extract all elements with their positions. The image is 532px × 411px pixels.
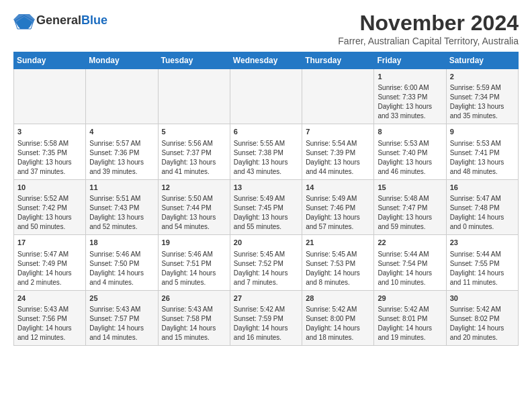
calendar-cell bbox=[230, 69, 302, 124]
calendar-cell: 18Sunrise: 5:46 AMSunset: 7:50 PMDayligh… bbox=[86, 235, 158, 290]
day-number: 8 bbox=[378, 127, 442, 137]
day-info: Daylight: 14 hours bbox=[450, 324, 515, 333]
day-number: 12 bbox=[162, 183, 226, 193]
calendar-header-row: SundayMondayTuesdayWednesdayThursdayFrid… bbox=[14, 52, 519, 69]
day-info: Daylight: 13 hours bbox=[162, 158, 226, 167]
day-number: 23 bbox=[450, 238, 515, 248]
day-info: Sunset: 8:02 PM bbox=[450, 314, 515, 324]
day-number: 6 bbox=[234, 127, 298, 137]
calendar-cell: 27Sunrise: 5:42 AMSunset: 7:59 PMDayligh… bbox=[230, 290, 302, 345]
day-info: and 35 minutes. bbox=[450, 111, 515, 121]
day-info: Sunset: 7:47 PM bbox=[378, 203, 442, 213]
day-info: and 7 minutes. bbox=[234, 278, 298, 287]
week-row-3: 10Sunrise: 5:52 AMSunset: 7:42 PMDayligh… bbox=[14, 179, 519, 234]
calendar-cell: 3Sunrise: 5:58 AMSunset: 7:35 PMDaylight… bbox=[14, 124, 86, 179]
day-number: 22 bbox=[378, 238, 442, 248]
day-info: and 57 minutes. bbox=[306, 222, 370, 232]
day-info: Sunrise: 5:42 AM bbox=[378, 305, 442, 314]
day-info: Daylight: 13 hours bbox=[89, 213, 154, 222]
day-header-thursday: Thursday bbox=[302, 52, 374, 69]
day-header-monday: Monday bbox=[86, 52, 158, 69]
logo-blue-text: Blue bbox=[81, 13, 107, 27]
calendar-cell: 9Sunrise: 5:53 AMSunset: 7:41 PMDaylight… bbox=[446, 124, 518, 179]
logo-icon bbox=[13, 14, 34, 28]
calendar-cell: 4Sunrise: 5:57 AMSunset: 7:36 PMDaylight… bbox=[86, 124, 158, 179]
day-info: Sunset: 8:00 PM bbox=[306, 314, 370, 324]
calendar-cell bbox=[158, 69, 230, 124]
calendar-cell: 5Sunrise: 5:56 AMSunset: 7:37 PMDaylight… bbox=[158, 124, 230, 179]
day-number: 29 bbox=[378, 293, 442, 304]
day-info: and 20 minutes. bbox=[450, 333, 515, 342]
day-info: Sunrise: 5:42 AM bbox=[450, 305, 515, 314]
day-info: Sunset: 7:50 PM bbox=[89, 259, 154, 269]
calendar-cell: 11Sunrise: 5:51 AMSunset: 7:43 PMDayligh… bbox=[86, 179, 158, 234]
calendar-cell: 28Sunrise: 5:42 AMSunset: 8:00 PMDayligh… bbox=[302, 290, 374, 345]
calendar-cell: 2Sunrise: 5:59 AMSunset: 7:34 PMDaylight… bbox=[446, 69, 518, 124]
calendar-cell: 21Sunrise: 5:45 AMSunset: 7:53 PMDayligh… bbox=[302, 235, 374, 290]
day-info: Sunrise: 5:43 AM bbox=[162, 305, 226, 314]
calendar-cell: 13Sunrise: 5:49 AMSunset: 7:45 PMDayligh… bbox=[230, 179, 302, 234]
day-info: Sunrise: 5:52 AM bbox=[17, 194, 82, 203]
day-info: Daylight: 13 hours bbox=[450, 102, 515, 111]
day-info: Sunset: 7:39 PM bbox=[306, 148, 370, 158]
day-info: Sunrise: 5:46 AM bbox=[162, 250, 226, 259]
day-info: Daylight: 13 hours bbox=[378, 158, 442, 167]
day-number: 21 bbox=[306, 238, 370, 248]
day-info: and 12 minutes. bbox=[17, 333, 82, 342]
day-header-tuesday: Tuesday bbox=[158, 52, 230, 69]
day-number: 1 bbox=[378, 72, 442, 82]
day-number: 14 bbox=[306, 183, 370, 193]
day-info: Sunset: 7:37 PM bbox=[162, 148, 226, 158]
day-info: Sunset: 7:44 PM bbox=[162, 203, 226, 213]
day-info: Daylight: 14 hours bbox=[234, 324, 298, 333]
day-info: Sunrise: 5:57 AM bbox=[89, 139, 154, 148]
day-info: and 52 minutes. bbox=[89, 222, 154, 232]
calendar-cell: 1Sunrise: 6:00 AMSunset: 7:33 PMDaylight… bbox=[374, 69, 446, 124]
day-info: Sunset: 7:52 PM bbox=[234, 259, 298, 269]
day-info: Sunset: 7:54 PM bbox=[378, 259, 442, 269]
calendar-cell: 15Sunrise: 5:48 AMSunset: 7:47 PMDayligh… bbox=[374, 179, 446, 234]
week-row-1: 1Sunrise: 6:00 AMSunset: 7:33 PMDaylight… bbox=[14, 69, 519, 124]
day-number: 18 bbox=[89, 238, 154, 248]
day-info: Sunset: 7:53 PM bbox=[306, 259, 370, 269]
calendar-cell: 22Sunrise: 5:44 AMSunset: 7:54 PMDayligh… bbox=[374, 235, 446, 290]
day-info: Sunset: 7:33 PM bbox=[378, 93, 442, 102]
day-info: Sunrise: 5:42 AM bbox=[234, 305, 298, 314]
day-info: Sunrise: 5:42 AM bbox=[306, 305, 370, 314]
day-info: Daylight: 13 hours bbox=[306, 213, 370, 222]
day-info: Sunrise: 5:55 AM bbox=[234, 139, 298, 148]
day-number: 20 bbox=[234, 238, 298, 248]
day-info: Daylight: 14 hours bbox=[89, 269, 154, 278]
day-info: Sunset: 7:46 PM bbox=[306, 203, 370, 213]
day-info: Daylight: 13 hours bbox=[234, 158, 298, 167]
day-info: Sunset: 7:36 PM bbox=[89, 148, 154, 158]
day-info: Sunset: 7:40 PM bbox=[378, 148, 442, 158]
day-info: and 8 minutes. bbox=[306, 278, 370, 287]
day-number: 24 bbox=[17, 293, 82, 304]
day-info: Sunset: 7:59 PM bbox=[234, 314, 298, 324]
day-info: and 43 minutes. bbox=[234, 167, 298, 177]
day-header-sunday: Sunday bbox=[14, 52, 86, 69]
day-info: and 18 minutes. bbox=[306, 333, 370, 342]
day-number: 2 bbox=[450, 72, 515, 82]
calendar-cell: 23Sunrise: 5:44 AMSunset: 7:55 PMDayligh… bbox=[446, 235, 518, 290]
day-info: Sunrise: 5:58 AM bbox=[17, 139, 82, 148]
day-number: 4 bbox=[89, 127, 154, 137]
calendar-cell bbox=[86, 69, 158, 124]
calendar-cell: 30Sunrise: 5:42 AMSunset: 8:02 PMDayligh… bbox=[446, 290, 518, 345]
week-row-2: 3Sunrise: 5:58 AMSunset: 7:35 PMDaylight… bbox=[14, 124, 519, 179]
day-info: Daylight: 14 hours bbox=[234, 269, 298, 278]
day-info: and 39 minutes. bbox=[89, 167, 154, 177]
day-info: Sunrise: 5:44 AM bbox=[450, 250, 515, 259]
month-title: November 2024 bbox=[338, 11, 519, 36]
calendar-cell bbox=[302, 69, 374, 124]
day-info: and 46 minutes. bbox=[378, 167, 442, 177]
day-info: Sunrise: 5:48 AM bbox=[378, 194, 442, 203]
calendar-cell: 26Sunrise: 5:43 AMSunset: 7:58 PMDayligh… bbox=[158, 290, 230, 345]
calendar-cell: 6Sunrise: 5:55 AMSunset: 7:38 PMDaylight… bbox=[230, 124, 302, 179]
day-number: 16 bbox=[450, 183, 515, 193]
day-info: Sunset: 8:01 PM bbox=[378, 314, 442, 324]
day-info: Daylight: 14 hours bbox=[17, 269, 82, 278]
week-row-5: 24Sunrise: 5:43 AMSunset: 7:56 PMDayligh… bbox=[14, 290, 519, 345]
day-info: and 5 minutes. bbox=[162, 278, 226, 287]
